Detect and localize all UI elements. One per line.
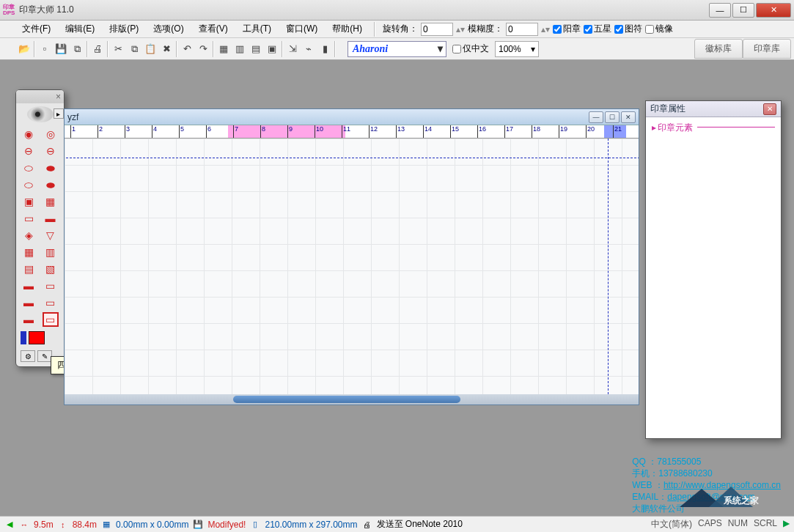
seal-oval-3-icon[interactable]: ⬭ [21, 177, 37, 192]
document-titlebar[interactable]: yzf — ☐ ✕ [65, 109, 639, 125]
status-num: NUM [728, 518, 748, 531]
menu-edit[interactable]: 编辑(E) [59, 21, 100, 37]
properties-panel[interactable]: 印章属性 ✕ 印章元素 [645, 100, 782, 439]
app-title: 印章大师 11.0 [19, 4, 707, 16]
document-title: yzf [67, 112, 589, 122]
grid2-icon[interactable]: ▥ [232, 41, 248, 57]
contact-info: QQ ：781555005 手机：13788680230 WEB ：http:/… [632, 456, 781, 514]
check-mirror[interactable]: 镜像 [645, 23, 673, 35]
menu-file[interactable]: 文件(F) [16, 21, 56, 37]
window-minimize-button[interactable]: — [709, 3, 731, 18]
doc-close-button[interactable]: ✕ [621, 111, 636, 123]
menu-tools[interactable]: 工具(T) [237, 21, 277, 37]
grid-icon[interactable]: ▦ [216, 41, 232, 57]
seal-bar-3-icon[interactable]: ▬ [21, 295, 37, 310]
status-y-icon: ↕ [58, 520, 68, 530]
seal-bar-2-icon[interactable]: ▭ [43, 278, 59, 293]
undo-icon[interactable]: ↶ [179, 41, 195, 57]
new-icon[interactable]: ▫ [37, 41, 53, 57]
open-icon[interactable]: 📂 [16, 41, 32, 57]
seal-oval-4-icon[interactable]: ⬬ [43, 177, 59, 192]
status-forward-icon[interactable]: ▶ [783, 518, 790, 531]
saveas-icon[interactable]: ⧉ [69, 41, 85, 57]
menu-options[interactable]: 选项(O) [147, 21, 189, 37]
seal-grid-1-icon[interactable]: ▦ [21, 245, 37, 259]
seal-triangle-icon[interactable]: ▽ [43, 228, 59, 243]
delete-icon[interactable]: ✖ [158, 41, 174, 57]
blur-input[interactable] [506, 23, 538, 36]
seal-minus-2-icon[interactable]: ⊖ [43, 144, 59, 158]
tab-logo-library[interactable]: 徽标库 [694, 39, 743, 59]
document-canvas[interactable] [65, 138, 639, 394]
library-icon[interactable]: ▮ [317, 41, 333, 57]
properties-close-button[interactable]: ✕ [763, 103, 776, 115]
paste-icon[interactable]: 📋 [142, 41, 158, 57]
title-bar: 印章 DPS 印章大师 11.0 — ☐ ✕ [0, 0, 794, 21]
cut-icon[interactable]: ✂ [110, 41, 126, 57]
copy-icon[interactable]: ⧉ [126, 41, 142, 57]
status-send-target: 发送至 OneNote 2010 [377, 518, 463, 531]
horizontal-scrollbar[interactable] [65, 394, 639, 404]
check-yang[interactable]: 阳章 [553, 23, 581, 35]
seal-flat-1-icon[interactable]: ▬ [21, 312, 37, 327]
seal-rect-1-icon[interactable]: ▭ [21, 211, 37, 226]
roller-icon[interactable]: ⌁ [301, 41, 317, 57]
status-back-icon[interactable]: ◀ [4, 520, 15, 530]
redo-icon[interactable]: ↷ [195, 41, 211, 57]
check-star[interactable]: 五星 [584, 23, 611, 35]
page-guide-right [608, 138, 609, 394]
seal-diamond-icon[interactable]: ◈ [21, 228, 37, 243]
export-icon[interactable]: ⇲ [284, 41, 301, 57]
seal-square-1-icon[interactable]: ▣ [21, 194, 37, 209]
seal-grid-3-icon[interactable]: ▤ [21, 262, 37, 276]
seal-oval-2-icon[interactable]: ⬬ [43, 160, 59, 175]
seal-grid-4-icon[interactable]: ▧ [43, 262, 59, 276]
grid4-icon[interactable]: ▣ [264, 41, 280, 57]
palette-pencil-icon[interactable]: ✎ [37, 350, 52, 362]
palette-grip[interactable]: × [16, 90, 64, 103]
tab-seal-library[interactable]: 印章库 [743, 39, 791, 59]
doc-minimize-button[interactable]: — [589, 111, 603, 123]
status-scrl: SCRL [754, 518, 777, 531]
status-ime: 中文(简体) [651, 518, 692, 531]
menu-window[interactable]: 窗口(W) [280, 21, 323, 37]
check-symbol[interactable]: 图符 [614, 23, 642, 35]
contact-web-link[interactable]: http://www.dapengsoft.com.cn [663, 480, 781, 490]
contact-email-link[interactable]: dapengsoft@sina.com [667, 492, 755, 502]
window-close-button[interactable]: ✕ [756, 3, 791, 18]
seal-grid-2-icon[interactable]: ▥ [43, 245, 59, 259]
horizontal-ruler[interactable]: 123456789101112131415161718192021 [65, 125, 639, 138]
seal-bar-4-icon[interactable]: ▭ [43, 295, 59, 310]
seal-oval-1-icon[interactable]: ⬭ [21, 160, 37, 175]
palette-gear-icon[interactable]: ⚙ [21, 350, 35, 362]
status-page-icon: ▯ [250, 520, 260, 530]
grid3-icon[interactable]: ▤ [248, 41, 264, 57]
properties-group-label[interactable]: 印章元素 [652, 122, 693, 134]
seal-square-2-icon[interactable]: ▦ [43, 194, 59, 209]
seal-rect-2-icon[interactable]: ▬ [43, 211, 59, 226]
save-icon[interactable]: 💾 [53, 41, 69, 57]
window-maximize-button[interactable]: ☐ [732, 3, 754, 18]
status-caps: CAPS [698, 518, 722, 531]
print-icon[interactable]: 🖨 [89, 41, 106, 57]
swatch-red[interactable] [29, 331, 45, 344]
seal-circle-2-icon[interactable]: ◎ [43, 127, 59, 141]
zoom-combo[interactable]: 100% [495, 41, 539, 57]
toolbar: 📂 ▫ 💾 ⧉ 🖨 ✂ ⧉ 📋 ✖ ↶ ↷ ▦ ▥ ▤ ▣ ⇲ ⌁ ▮ Ahar… [0, 38, 794, 60]
status-x-value: 9.5m [34, 520, 54, 530]
eye-icon[interactable] [27, 106, 54, 122]
menu-layout[interactable]: 排版(P) [103, 21, 144, 37]
swatch-blue[interactable] [21, 331, 26, 344]
seal-circle-1-icon[interactable]: ◉ [21, 127, 37, 141]
menu-view[interactable]: 查看(V) [193, 21, 234, 37]
status-mouse-icon: ▦ [101, 520, 111, 530]
seal-minus-1-icon[interactable]: ⊖ [21, 144, 37, 158]
check-cn-only[interactable]: 仅中文 [452, 43, 489, 55]
seal-flat-4char-icon[interactable]: ▭ [43, 312, 59, 327]
seal-bar-1-icon[interactable]: ▬ [21, 278, 37, 293]
tools-palette[interactable]: × ◉ ◎ ⊖ ⊖ ⬭ ⬬ ⬭ ⬬ ▣ ▦ ▭ ▬ ◈ ▽ ▦ ▥ ▤ ▧ ▬ … [15, 89, 65, 367]
font-combo[interactable]: Aharoni [348, 41, 446, 57]
menu-help[interactable]: 帮助(H) [326, 21, 368, 37]
doc-maximize-button[interactable]: ☐ [605, 111, 620, 123]
rotate-input[interactable] [421, 23, 453, 36]
